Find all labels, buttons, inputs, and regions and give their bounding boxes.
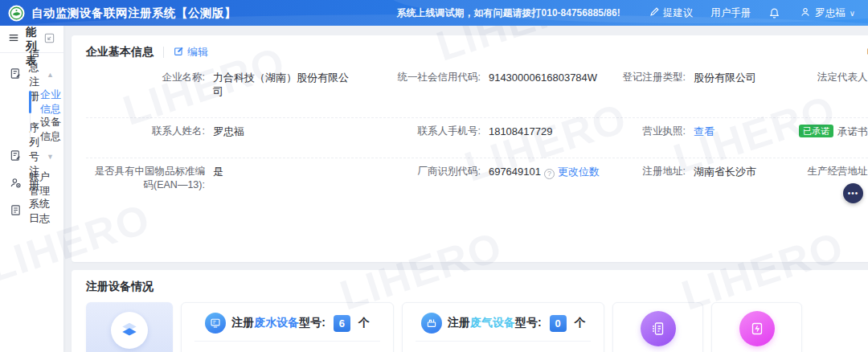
field-label: 联系人姓名: bbox=[86, 125, 213, 138]
credit-code-value: 91430000616803784W bbox=[489, 71, 621, 84]
company-name-value: 力合科技（湖南）股份有限公司 bbox=[213, 71, 370, 98]
app-title: 自动监测设备联网注册系统【公测版】 bbox=[31, 6, 236, 21]
field-label: 是否具有中国物品标准编码(EAN—13): bbox=[86, 165, 213, 192]
person-icon bbox=[10, 177, 22, 191]
manual-button[interactable]: 用户手册 bbox=[710, 6, 751, 20]
field-label: 法定代表人: bbox=[788, 71, 868, 84]
collector-card: 注册数采仪 设备型号(个) 1 bbox=[612, 302, 703, 352]
change-digits-link[interactable]: 更改位数 bbox=[558, 166, 600, 178]
wastewater-card-title: 注册废水设备型号: bbox=[231, 316, 326, 330]
brand: 自动监测设备联网注册系统【公测版】 bbox=[8, 5, 236, 22]
enterprise-panel-title: 企业基本信息 bbox=[86, 45, 154, 59]
enterprise-row-1: 企业名称: 力合科技（湖南）股份有限公司 统一社会信用代码: 914300006… bbox=[86, 64, 868, 117]
hamburger-icon[interactable] bbox=[8, 32, 19, 46]
overview-cards: 设备注册型号 (个) 7 注册废水设备型号: 6 个 bbox=[86, 302, 868, 352]
reg-addr-value: 湖南省长沙市 bbox=[694, 165, 788, 178]
suggest-button[interactable]: 提建议 bbox=[649, 6, 694, 20]
field-label: 厂商识别代码: bbox=[386, 165, 489, 178]
ean-value: 是 bbox=[213, 165, 386, 178]
vendor-code-value: 697649101 bbox=[489, 166, 541, 178]
enterprise-row-3: 是否具有中国物品标准编码(EAN—13): 是 厂商识别代码: 69764910… bbox=[86, 158, 868, 252]
enterprise-row-2: 联系人姓名: 罗忠福 联系人手机号: 18108417729 营业执照: 查看 … bbox=[86, 117, 868, 158]
user-icon bbox=[800, 6, 811, 20]
file-log-icon bbox=[10, 204, 22, 219]
app-logo-icon bbox=[8, 5, 25, 22]
field-label: 企业名称: bbox=[86, 71, 213, 84]
edit-button[interactable]: 编辑 bbox=[174, 45, 208, 59]
edit-icon bbox=[174, 46, 184, 59]
question-circle-icon[interactable]: ? bbox=[544, 169, 555, 179]
divider bbox=[163, 47, 164, 58]
gas-count-badge: 0 bbox=[550, 315, 567, 332]
sidebar-collapse-icon[interactable] bbox=[43, 32, 55, 47]
doc-edit-icon bbox=[10, 149, 22, 164]
contact-name-value: 罗忠福 bbox=[213, 125, 386, 138]
sidebar-menu: 信息注册 ▲ 企业信息 设备信息 序列号注册 ▼ 账户管理 bbox=[0, 53, 63, 225]
field-label: 营业执照: bbox=[621, 125, 694, 138]
gas-card-title: 注册废气设备型号: bbox=[448, 316, 542, 330]
sidebar-item-account-mgmt[interactable]: 账户管理 bbox=[0, 170, 63, 198]
field-label: 登记注册类型: bbox=[621, 71, 694, 84]
submenu-label: 企业信息 bbox=[40, 88, 63, 117]
vendor-code-cell: 697649101?更改位数 bbox=[489, 165, 621, 179]
promise-label-cell: 已承诺承诺书: bbox=[788, 125, 868, 139]
submenu-info-register: 企业信息 设备信息 bbox=[0, 88, 63, 143]
water-device-icon bbox=[205, 313, 226, 334]
layers-icon bbox=[111, 312, 148, 349]
caret-down-icon: ▼ bbox=[47, 153, 54, 161]
gas-device-icon bbox=[421, 313, 442, 334]
suggest-label: 提建议 bbox=[663, 6, 694, 20]
chevron-down-icon: ∨ bbox=[850, 9, 855, 18]
device-overview-panel: 注册设备情况 设备注册型号 (个) 7 bbox=[72, 270, 868, 352]
submenu-label: 设备信息 bbox=[40, 115, 63, 144]
promised-badge: 已承诺 bbox=[799, 125, 833, 137]
topbar-right: 系统上线调试期，如有问题请拨打010-84756885/86! 提建议 用户手册… bbox=[397, 6, 855, 20]
system-notice: 系统上线调试期，如有问题请拨打010-84756885/86! bbox=[397, 6, 620, 20]
wastewater-card: 注册废水设备型号: 6 个 水质自动分析仪4 个,占比 66.67%水质参数分析… bbox=[181, 302, 394, 352]
user-menu[interactable]: 罗忠福 ∨ bbox=[800, 6, 855, 20]
notification-bell-icon[interactable] bbox=[768, 7, 780, 19]
power-meter-icon bbox=[739, 311, 775, 346]
pencil-icon bbox=[649, 6, 660, 19]
contact-phone-value: 18108417729 bbox=[489, 125, 621, 138]
power-monitor-card: 注册用电监测 设备型号(个) 0 bbox=[711, 302, 802, 352]
sidebar-item-device-info[interactable]: 设备信息 bbox=[0, 116, 63, 143]
gas-card: 注册废气设备型号: 0 个 暂无数据 bbox=[402, 302, 604, 352]
field-label: 生产经营地址: bbox=[788, 165, 868, 178]
sidebar-item-enterprise-info[interactable]: 企业信息 bbox=[0, 88, 63, 116]
enterprise-info-panel: 企业基本信息 编辑 收起 企业名称: 力合科技（湖南）股份有限公司 统一社会信用… bbox=[72, 35, 868, 262]
field-label: 承诺书: bbox=[837, 126, 868, 137]
overview-title: 注册设备情况 bbox=[86, 280, 868, 294]
collector-icon bbox=[641, 311, 676, 346]
sidebar-item-info-register[interactable]: 信息注册 ▲ bbox=[0, 61, 63, 88]
wastewater-count-badge: 6 bbox=[334, 315, 350, 332]
field-label: 联系人手机号: bbox=[386, 125, 489, 138]
field-label: 注册地址: bbox=[621, 165, 694, 178]
sidebar-item-system-log[interactable]: 系统日志 bbox=[0, 198, 63, 225]
unit-label: 个 bbox=[358, 316, 370, 330]
doc-edit-icon bbox=[10, 68, 22, 82]
sidebar-item-serial-register[interactable]: 序列号注册 ▼ bbox=[0, 143, 63, 170]
reg-type-value: 股份有限公司 bbox=[694, 71, 788, 84]
field-label: 统一社会信用代码: bbox=[386, 71, 489, 84]
view-license-link[interactable]: 查看 bbox=[694, 125, 714, 137]
username: 罗忠福 bbox=[815, 6, 845, 20]
main-content: 企业基本信息 编辑 收起 企业名称: 力合科技（湖南）股份有限公司 统一社会信用… bbox=[63, 26, 868, 352]
topbar: 自动监测设备联网注册系统【公测版】 系统上线调试期，如有问题请拨打010-847… bbox=[0, 0, 868, 26]
total-models-card: 设备注册型号 (个) 7 bbox=[86, 302, 173, 352]
manual-label: 用户手册 bbox=[710, 6, 751, 20]
sidebar: 功能列表 信息注册 ▲ 企业信息 设备信息 序列号注册 ▼ bbox=[0, 26, 63, 352]
unit-label: 个 bbox=[575, 316, 586, 330]
caret-up-icon: ▲ bbox=[47, 71, 54, 79]
floating-widget-button[interactable]: ••• bbox=[843, 183, 863, 203]
edit-label: 编辑 bbox=[187, 45, 208, 59]
menu-label: 系统日志 bbox=[29, 197, 54, 226]
menu-label: 账户管理 bbox=[29, 170, 54, 199]
